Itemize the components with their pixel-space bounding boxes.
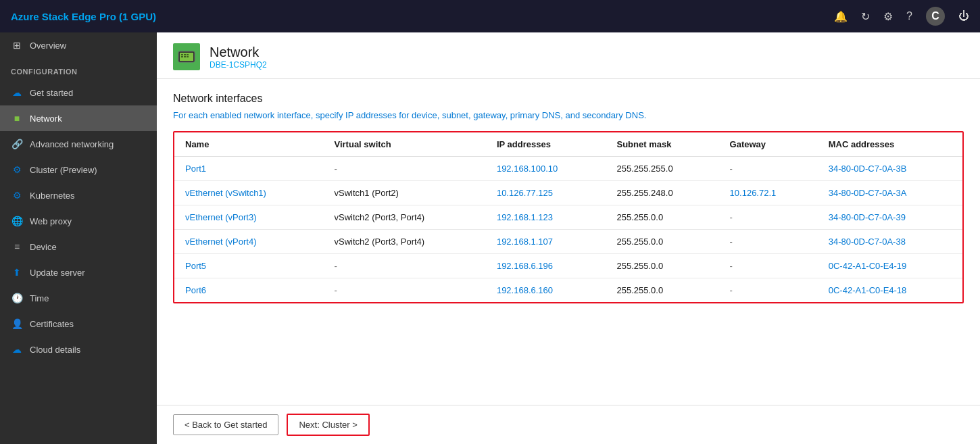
cell-name: vEthernet (vPort4): [174, 230, 324, 254]
gateway-link[interactable]: 10.126.72.1: [730, 188, 777, 198]
cell-virtual-switch: vSwitch2 (Port3, Port4): [324, 230, 486, 254]
sidebar-label-certificates: Certificates: [30, 319, 74, 329]
col-mac-addresses: MAC addresses: [818, 132, 962, 157]
bell-icon[interactable]: 🔔: [834, 10, 848, 23]
cell-name: vEthernet (vSwitch1): [174, 181, 324, 205]
col-name: Name: [174, 132, 324, 157]
ip-link[interactable]: 192.168.1.107: [497, 237, 553, 247]
cell-mac-addresses: 0C-42-A1-C0-E4-18: [818, 278, 962, 303]
sidebar-label-advanced-networking: Advanced networking: [30, 139, 114, 149]
port-link[interactable]: vEthernet (vPort3): [185, 212, 257, 222]
port-link[interactable]: vEthernet (vSwitch1): [185, 188, 266, 198]
certificates-icon: 👤: [11, 318, 23, 330]
page-header-text: Network DBE-1CSPHQ2: [210, 45, 267, 70]
port-link[interactable]: vEthernet (vPort4): [185, 237, 257, 247]
table-header-row: Name Virtual switch IP addresses Subnet …: [174, 132, 962, 157]
sidebar-item-advanced-networking[interactable]: 🔗 Advanced networking: [0, 131, 157, 157]
sidebar-item-web-proxy[interactable]: 🌐 Web proxy: [0, 208, 157, 234]
cell-mac-addresses: 34-80-0D-C7-0A-39: [818, 205, 962, 230]
cell-gateway: -: [719, 230, 818, 254]
sidebar-item-certificates[interactable]: 👤 Certificates: [0, 311, 157, 337]
port-link[interactable]: Port5: [185, 261, 206, 271]
cell-mac-addresses: 34-80-0D-C7-0A-3A: [818, 181, 962, 205]
cell-ip-addresses: 192.168.100.10: [486, 157, 606, 181]
sidebar-label-kubernetes: Kubernetes: [30, 191, 75, 201]
page-icon: [173, 43, 200, 70]
table-row: Port1-192.168.100.10255.255.255.0-34-80-…: [174, 157, 962, 181]
sidebar-item-network[interactable]: ■ Network: [0, 105, 157, 131]
user-icon[interactable]: C: [926, 7, 945, 26]
svg-rect-3: [184, 54, 186, 55]
cell-gateway: -: [719, 157, 818, 181]
cell-ip-addresses: 192.168.1.107: [486, 230, 606, 254]
cell-virtual-switch: vSwitch2 (Port3, Port4): [324, 205, 486, 230]
cell-gateway: -: [719, 254, 818, 278]
ip-link[interactable]: 192.168.1.123: [497, 212, 553, 222]
network-table-container: Name Virtual switch IP addresses Subnet …: [173, 131, 964, 303]
sidebar-item-time[interactable]: 🕐 Time: [0, 285, 157, 311]
sidebar-item-kubernetes[interactable]: ⚙ Kubernetes: [0, 182, 157, 208]
cell-subnet-mask: 255.255.0.0: [606, 278, 719, 303]
sidebar-item-device[interactable]: ≡ Device: [0, 234, 157, 260]
sidebar-item-cloud-details[interactable]: ☁ Cloud details: [0, 337, 157, 362]
cell-virtual-switch: -: [324, 157, 486, 181]
cell-subnet-mask: 255.255.0.0: [606, 254, 719, 278]
refresh-icon[interactable]: ↻: [861, 10, 870, 23]
back-button[interactable]: < Back to Get started: [173, 414, 278, 435]
cell-subnet-mask: 255.255.0.0: [606, 205, 719, 230]
kubernetes-icon: ⚙: [11, 189, 23, 201]
app-title: Azure Stack Edge Pro (1 GPU): [11, 11, 156, 22]
sidebar-item-overview[interactable]: ⊞ Overview: [0, 32, 157, 58]
cell-subnet-mask: 255.255.0.0: [606, 230, 719, 254]
table-row: Port5-192.168.6.196255.255.0.0-0C-42-A1-…: [174, 254, 962, 278]
cloud-details-icon: ☁: [11, 343, 23, 355]
cell-subnet-mask: 255.255.248.0: [606, 181, 719, 205]
page-title: Network: [210, 45, 267, 60]
svg-rect-2: [181, 54, 183, 55]
ip-link[interactable]: 192.168.6.160: [497, 285, 553, 295]
cell-ip-addresses: 192.168.6.196: [486, 254, 606, 278]
help-icon[interactable]: ?: [906, 10, 912, 22]
cell-virtual-switch: vSwitch1 (Port2): [324, 181, 486, 205]
ip-link[interactable]: 192.168.6.196: [497, 261, 553, 271]
col-ip-addresses: IP addresses: [486, 132, 606, 157]
sidebar-item-cluster-preview[interactable]: ⚙ Cluster (Preview): [0, 157, 157, 182]
port-link[interactable]: Port6: [185, 285, 206, 295]
table-row: vEthernet (vSwitch1)vSwitch1 (Port2)10.1…: [174, 181, 962, 205]
advanced-networking-icon: 🔗: [11, 138, 23, 150]
svg-rect-6: [184, 56, 186, 57]
sidebar-item-update-server[interactable]: ⬆ Update server: [0, 260, 157, 285]
col-subnet-mask: Subnet mask: [606, 132, 719, 157]
sidebar-label-web-proxy: Web proxy: [30, 216, 72, 226]
device-icon: ≡: [11, 241, 23, 253]
sidebar-label-time: Time: [30, 293, 49, 303]
ip-link[interactable]: 192.168.100.10: [497, 164, 558, 174]
cell-name: vEthernet (vPort3): [174, 205, 324, 230]
cell-ip-addresses: 10.126.77.125: [486, 181, 606, 205]
cell-name: Port1: [174, 157, 324, 181]
next-button[interactable]: Next: Cluster >: [287, 414, 369, 436]
page-subtitle: DBE-1CSPHQ2: [210, 60, 267, 70]
sidebar-label-device: Device: [30, 242, 57, 252]
network-table: Name Virtual switch IP addresses Subnet …: [174, 132, 962, 302]
sidebar-label-update-server: Update server: [30, 268, 85, 278]
footer: < Back to Get started Next: Cluster >: [157, 405, 980, 444]
cell-gateway: -: [719, 205, 818, 230]
cluster-icon: ⚙: [11, 164, 23, 176]
col-virtual-switch: Virtual switch: [324, 132, 486, 157]
sidebar-label-cluster: Cluster (Preview): [30, 165, 97, 175]
sidebar-item-get-started[interactable]: ☁ Get started: [0, 80, 157, 105]
cell-gateway: -: [719, 278, 818, 303]
cell-name: Port6: [174, 278, 324, 303]
cell-subnet-mask: 255.255.255.0: [606, 157, 719, 181]
network-icon: ■: [11, 112, 23, 124]
port-link[interactable]: Port1: [185, 164, 206, 174]
table-row: vEthernet (vPort4)vSwitch2 (Port3, Port4…: [174, 230, 962, 254]
time-icon: 🕐: [11, 292, 23, 304]
power-icon[interactable]: ⏻: [958, 10, 969, 22]
content-area: Network DBE-1CSPHQ2 Network interfaces F…: [157, 32, 980, 444]
network-page-icon: [177, 47, 196, 66]
gear-icon[interactable]: ⚙: [883, 10, 893, 23]
ip-link[interactable]: 10.126.77.125: [497, 188, 553, 198]
table-row: vEthernet (vPort3)vSwitch2 (Port3, Port4…: [174, 205, 962, 230]
